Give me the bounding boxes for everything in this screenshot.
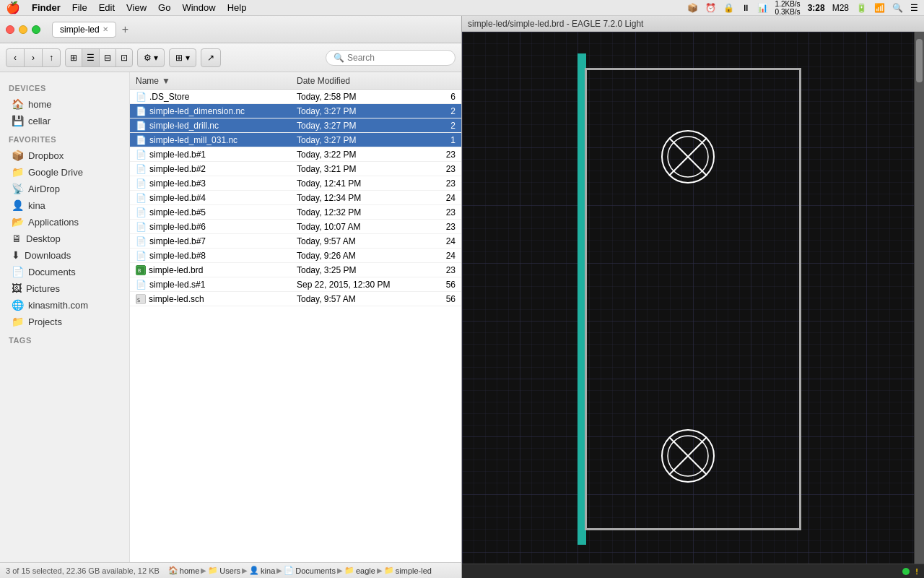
sidebar-item-applications[interactable]: 📂 Applications	[3, 214, 126, 230]
sidebar-item-dropbox[interactable]: 📦 Dropbox	[3, 147, 126, 163]
lock-icon[interactable]: 🔒	[723, 3, 734, 13]
file-size: 24	[427, 193, 456, 203]
table-row[interactable]: 📄 simple-led.b#7 Today, 9:57 AM 24	[130, 234, 461, 249]
menu-file[interactable]: File	[72, 2, 87, 13]
sidebar-item-googledrive[interactable]: 📁 Google Drive	[3, 164, 126, 180]
minimize-button[interactable]	[19, 25, 27, 34]
sidebar-item-downloads[interactable]: ⬇ Downloads	[3, 247, 126, 263]
search-input[interactable]	[347, 53, 448, 63]
view-columns-button[interactable]: ⊟	[99, 48, 116, 67]
titlebar: simple-led ✕ +	[0, 16, 461, 43]
website-icon: 🌐	[12, 299, 24, 311]
eagle-titlebar: simple-led/simple-led.brd - EAGLE 7.2.0 …	[462, 16, 924, 32]
table-row[interactable]: 📄 simple-led.b#5 Today, 12:32 PM 23	[130, 205, 461, 220]
table-row[interactable]: 📄 simple-led.b#6 Today, 10:07 AM 23	[130, 220, 461, 234]
table-row[interactable]: B simple-led.brd Today, 3:25 PM 23	[130, 263, 461, 277]
search-icon[interactable]: 🔍	[892, 3, 903, 13]
table-row[interactable]: 📄 simple-led.b#3 Today, 12:41 PM 23	[130, 176, 461, 191]
file-size: 24	[427, 251, 456, 261]
table-row[interactable]: 📄 simple-led.b#1 Today, 3:22 PM 23	[130, 147, 461, 162]
file-size: 56	[427, 280, 456, 290]
sidebar-item-airdrop[interactable]: 📡 AirDrop	[3, 181, 126, 197]
scrollbar-vertical[interactable]	[914, 32, 924, 564]
table-row[interactable]: 📄 simple-led_mill_031.nc Today, 3:27 PM …	[130, 133, 461, 147]
file-date: Today, 9:57 AM	[297, 294, 427, 304]
table-row[interactable]: 📄 simple-led_drill.nc Today, 3:27 PM 2	[130, 118, 461, 133]
column-name-header[interactable]: Name ▼	[136, 76, 297, 86]
finder-window: simple-led ✕ + ‹ › ↑ ⊞ ☰ ⊟ ⊡ ⚙ ▾ ⊞ ▾ ↗	[0, 16, 462, 578]
doc-icon: 📄	[136, 121, 147, 131]
back-button[interactable]: ‹	[6, 48, 25, 67]
menu-go[interactable]: Go	[158, 2, 170, 13]
sidebar-item-kina[interactable]: 👤 kina	[3, 197, 126, 213]
action-button[interactable]: ⚙ ▾	[137, 48, 165, 67]
dropbox-icon[interactable]: 📦	[687, 3, 698, 13]
tab-add-button[interactable]: +	[119, 23, 131, 36]
maximize-button[interactable]	[32, 25, 40, 34]
table-row[interactable]: 📄 simple-led_dimension.nc Today, 3:27 PM…	[130, 104, 461, 118]
menu-window[interactable]: Window	[182, 2, 215, 13]
menu-icon[interactable]: ☰	[910, 3, 918, 13]
tab-simple-led[interactable]: simple-led ✕	[52, 22, 116, 38]
up-button[interactable]: ↑	[42, 48, 61, 67]
menu-help[interactable]: Help	[227, 2, 247, 13]
dropbox-icon: 📦	[12, 150, 24, 161]
breadcrumb-item[interactable]: Users	[219, 566, 240, 575]
sidebar-item-home[interactable]: 🏠 home	[3, 96, 126, 112]
forward-button[interactable]: ›	[24, 48, 43, 67]
timemachine-icon[interactable]: ⏰	[705, 3, 716, 13]
table-row[interactable]: 📄 simple-led.b#2 Today, 3:21 PM 23	[130, 162, 461, 176]
table-row[interactable]: 📄 simple-led.s#1 Sep 22, 2015, 12:30 PM …	[130, 277, 461, 292]
table-row[interactable]: S simple-led.sch Today, 9:57 AM 56	[130, 292, 461, 306]
apple-menu[interactable]: 🍎	[6, 1, 20, 14]
table-row[interactable]: 📄 simple-led.b#8 Today, 9:26 AM 24	[130, 249, 461, 263]
file-name: 📄 simple-led.b#2	[136, 164, 297, 174]
status-warning: !	[915, 567, 918, 576]
toolbar: ‹ › ↑ ⊞ ☰ ⊟ ⊡ ⚙ ▾ ⊞ ▾ ↗ 🔍	[0, 43, 461, 72]
file-size: 23	[427, 207, 456, 217]
sidebar-item-kinasmith[interactable]: 🌐 kinasmith.com	[3, 297, 126, 313]
share-button[interactable]: ↗	[201, 48, 221, 67]
close-button[interactable]	[6, 25, 14, 34]
file-date: Today, 12:41 PM	[297, 178, 427, 189]
sidebar-item-desktop[interactable]: 🖥 Desktop	[3, 230, 126, 246]
sidebar-item-cellar[interactable]: 💾 cellar	[3, 113, 126, 129]
menu-view[interactable]: View	[126, 2, 147, 13]
table-row[interactable]: 📄 .DS_Store Today, 2:58 PM 6	[130, 90, 461, 104]
view-cover-button[interactable]: ⊡	[116, 48, 133, 67]
menu-edit[interactable]: Edit	[99, 2, 115, 13]
scrollbar-thumb[interactable]	[916, 39, 923, 82]
breadcrumb-icon: 🏠	[168, 566, 178, 575]
breadcrumb-item[interactable]: home	[180, 566, 200, 575]
view-icon-button[interactable]: ⊞	[65, 48, 82, 67]
column-date-header[interactable]: Date Modified	[297, 76, 427, 86]
view-list-button[interactable]: ☰	[82, 48, 100, 67]
search-box[interactable]: 🔍	[326, 50, 456, 66]
file-name: 📄 simple-led.b#3	[136, 178, 297, 189]
eagle-title: simple-led/simple-led.brd - EAGLE 7.2.0 …	[468, 19, 643, 29]
breadcrumb-item[interactable]: kina	[261, 566, 275, 575]
file-list: Name ▼ Date Modified 📄 .DS_Store Today, …	[130, 72, 461, 562]
arrange-button[interactable]: ⊞ ▾	[169, 48, 196, 67]
pictures-icon: 🖼	[12, 282, 22, 294]
sidebar-item-pictures[interactable]: 🖼 Pictures	[3, 280, 126, 296]
pause-icon[interactable]: ⏸	[741, 3, 750, 13]
file-size: 56	[427, 294, 456, 304]
breadcrumb-item[interactable]: simple-led	[396, 566, 432, 575]
sidebar-item-documents[interactable]: 📄 Documents	[3, 264, 126, 280]
activity-icon[interactable]: 📊	[757, 3, 768, 13]
menu-finder[interactable]: Finder	[32, 2, 61, 13]
tab-close-button[interactable]: ✕	[103, 25, 108, 33]
eagle-content[interactable]	[462, 32, 924, 564]
file-date: Today, 3:27 PM	[297, 121, 427, 131]
wifi-icon[interactable]: 📶	[874, 3, 885, 13]
file-size: 23	[427, 150, 456, 160]
doc-icon: 📄	[136, 236, 147, 246]
doc-icon: 📄	[136, 150, 147, 160]
doc-icon: 📄	[136, 92, 147, 102]
file-name: 📄 simple-led.b#5	[136, 207, 297, 217]
sidebar-item-projects[interactable]: 📁 Projects	[3, 314, 126, 329]
table-row[interactable]: 📄 simple-led.b#4 Today, 12:34 PM 24	[130, 191, 461, 205]
breadcrumb-item[interactable]: Documents	[295, 566, 336, 575]
breadcrumb-item[interactable]: eagle	[356, 566, 375, 575]
